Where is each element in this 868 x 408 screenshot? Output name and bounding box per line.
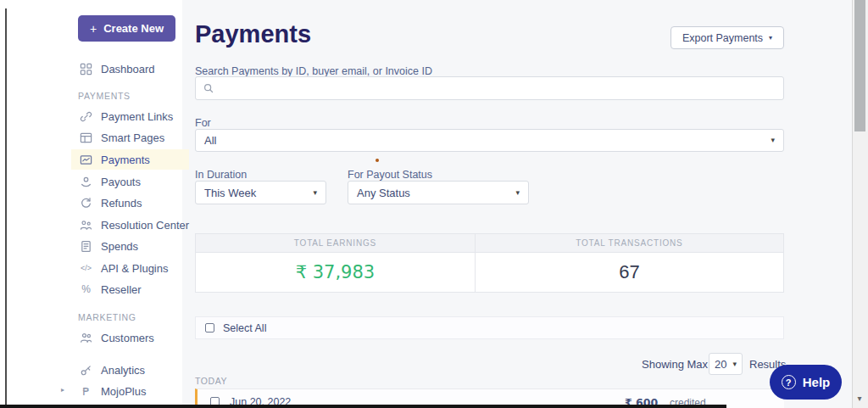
sidebar-item-refunds[interactable]: Refunds bbox=[80, 193, 142, 212]
duration-filter-value: This Week bbox=[204, 187, 256, 199]
resolution-center-icon bbox=[80, 219, 92, 232]
sidebar-item-analytics[interactable]: Analytics bbox=[80, 360, 145, 379]
mojoplus-expand-arrow-icon[interactable]: ▸ bbox=[61, 386, 64, 394]
duration-filter-label: In Duration bbox=[195, 169, 247, 181]
dashboard-grid-icon bbox=[80, 63, 92, 75]
payouts-icon bbox=[80, 176, 92, 188]
group-header-today: TODAY bbox=[195, 376, 227, 386]
sidebar-item-label: Payment Links bbox=[101, 110, 173, 123]
sidebar-item-label: Resolution Center bbox=[101, 219, 189, 232]
sidebar: + Create New Dashboard PAYMENTS Payment … bbox=[7, 0, 182, 408]
total-transactions-header: TOTAL TRANSACTIONS bbox=[476, 234, 783, 252]
sidebar-item-dashboard[interactable]: Dashboard bbox=[80, 59, 155, 78]
total-earnings-header: TOTAL EARNINGS bbox=[196, 234, 476, 252]
for-filter-value: All bbox=[204, 134, 216, 147]
sidebar-item-label: API & Plugins bbox=[101, 262, 169, 275]
showing-max-select[interactable]: 20 ▾ bbox=[709, 353, 743, 375]
refunds-icon bbox=[80, 197, 92, 210]
select-all-checkbox[interactable] bbox=[205, 323, 214, 333]
sidebar-item-payouts[interactable]: Payouts bbox=[80, 172, 141, 191]
mojoplus-icon: ₱ bbox=[80, 385, 92, 398]
sidebar-item-label: Customers bbox=[101, 332, 154, 344]
spends-icon bbox=[80, 240, 92, 253]
select-caret-icon: ▾ bbox=[515, 189, 520, 197]
create-new-label: Create New bbox=[103, 22, 164, 35]
help-button[interactable]: ? Help bbox=[770, 365, 842, 400]
sidebar-item-label: Refunds bbox=[101, 197, 142, 210]
customers-icon bbox=[80, 332, 92, 344]
payments-chart-icon bbox=[80, 154, 92, 166]
showing-max-value: 20 bbox=[715, 358, 726, 371]
search-label: Search Payments by ID, buyer email, or I… bbox=[195, 65, 432, 77]
code-icon: </> bbox=[80, 264, 92, 272]
sidebar-item-label: Dashboard bbox=[101, 63, 155, 75]
payout-status-filter-value: Any Status bbox=[357, 187, 410, 199]
app-window: + Create New Dashboard PAYMENTS Payment … bbox=[0, 0, 868, 408]
sidebar-section-payments-header: PAYMENTS bbox=[78, 91, 131, 101]
sidebar-section-marketing-header: MARKETING bbox=[78, 312, 136, 322]
sidebar-item-spends[interactable]: Spends bbox=[80, 237, 138, 255]
sidebar-item-label: Payouts bbox=[101, 176, 141, 188]
percent-icon: % bbox=[80, 283, 92, 295]
total-earnings-value: ₹ 37,983 bbox=[196, 253, 476, 292]
scrollbar-thumb[interactable] bbox=[854, 0, 865, 131]
sidebar-item-label: MojoPlus bbox=[101, 385, 146, 398]
sidebar-item-label: Reseller bbox=[101, 283, 142, 296]
export-payments-label: Export Payments bbox=[682, 32, 763, 44]
scrollbar-down-arrow-icon[interactable]: ▾ bbox=[853, 394, 866, 403]
for-filter-select[interactable]: All ▾ bbox=[195, 129, 784, 152]
payout-status-filter-select[interactable]: Any Status ▾ bbox=[348, 181, 529, 204]
window-bottom-edge bbox=[0, 405, 726, 408]
stats-summary-table: TOTAL EARNINGS TOTAL TRANSACTIONS ₹ 37,9… bbox=[195, 233, 784, 293]
sidebar-item-payments[interactable]: Payments bbox=[80, 150, 150, 169]
sidebar-item-label: Payments bbox=[101, 154, 150, 166]
chevron-down-icon: ▾ bbox=[769, 35, 772, 42]
sidebar-item-customers[interactable]: Customers bbox=[80, 328, 154, 347]
page-title: Payments bbox=[195, 20, 311, 48]
sidebar-item-api-plugins[interactable]: </> API & Plugins bbox=[80, 259, 169, 277]
select-caret-icon: ▾ bbox=[771, 137, 775, 144]
sidebar-item-payment-links[interactable]: Payment Links bbox=[80, 107, 173, 126]
sidebar-item-label: Smart Pages bbox=[101, 131, 164, 144]
search-icon bbox=[203, 82, 214, 94]
showing-max-label: Showing Max bbox=[642, 358, 708, 371]
payout-status-filter-label: For Payout Status bbox=[348, 169, 432, 181]
help-label: Help bbox=[803, 375, 831, 389]
sidebar-item-reseller[interactable]: % Reseller bbox=[80, 280, 142, 299]
select-all-bar: Select All bbox=[195, 316, 784, 339]
duration-filter-select[interactable]: This Week ▾ bbox=[195, 181, 326, 204]
export-payments-button[interactable]: Export Payments ▾ bbox=[670, 26, 784, 49]
for-filter-label: For bbox=[195, 117, 211, 129]
select-caret-icon: ▾ bbox=[313, 189, 317, 197]
smart-pages-icon bbox=[80, 131, 92, 144]
sidebar-item-label: Analytics bbox=[101, 364, 145, 377]
sidebar-item-resolution-center[interactable]: Resolution Center bbox=[80, 215, 189, 234]
sidebar-item-label: Spends bbox=[101, 240, 138, 253]
plus-icon: + bbox=[90, 22, 97, 36]
create-new-button[interactable]: + Create New bbox=[78, 15, 175, 42]
select-caret-icon: ▾ bbox=[732, 360, 737, 368]
sidebar-item-smart-pages[interactable]: Smart Pages bbox=[80, 128, 164, 147]
link-icon bbox=[80, 110, 92, 123]
question-mark-icon: ? bbox=[782, 375, 796, 389]
cursor-dot bbox=[376, 159, 379, 162]
analytics-key-icon bbox=[80, 364, 92, 377]
sidebar-item-mojoplus[interactable]: ₱ MojoPlus bbox=[80, 382, 146, 400]
select-all-label: Select All bbox=[223, 322, 266, 334]
search-input[interactable] bbox=[195, 76, 784, 100]
total-transactions-value: 67 bbox=[476, 253, 783, 292]
